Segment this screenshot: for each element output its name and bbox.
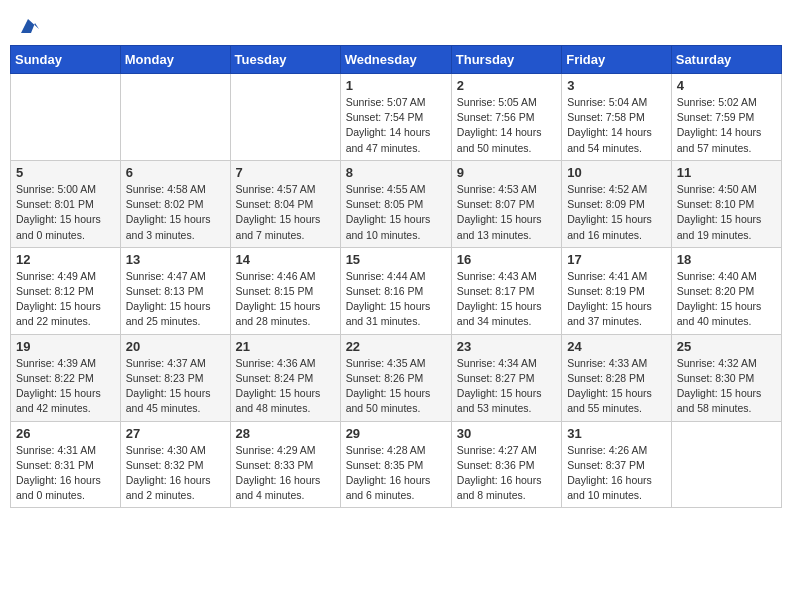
day-number: 24 (567, 339, 666, 354)
day-info: Sunrise: 4:47 AMSunset: 8:13 PMDaylight:… (126, 269, 225, 330)
header-tuesday: Tuesday (230, 46, 340, 74)
day-cell: 13Sunrise: 4:47 AMSunset: 8:13 PMDayligh… (120, 247, 230, 334)
day-cell: 1Sunrise: 5:07 AMSunset: 7:54 PMDaylight… (340, 74, 451, 161)
svg-marker-0 (21, 19, 39, 33)
day-info: Sunrise: 4:57 AMSunset: 8:04 PMDaylight:… (236, 182, 335, 243)
day-number: 27 (126, 426, 225, 441)
day-cell: 3Sunrise: 5:04 AMSunset: 7:58 PMDaylight… (562, 74, 672, 161)
day-info: Sunrise: 5:07 AMSunset: 7:54 PMDaylight:… (346, 95, 446, 156)
day-cell: 30Sunrise: 4:27 AMSunset: 8:36 PMDayligh… (451, 421, 561, 508)
day-number: 9 (457, 165, 556, 180)
day-number: 6 (126, 165, 225, 180)
week-row-2: 12Sunrise: 4:49 AMSunset: 8:12 PMDayligh… (11, 247, 782, 334)
day-info: Sunrise: 4:53 AMSunset: 8:07 PMDaylight:… (457, 182, 556, 243)
day-info: Sunrise: 4:39 AMSunset: 8:22 PMDaylight:… (16, 356, 115, 417)
calendar-table: SundayMondayTuesdayWednesdayThursdayFrid… (10, 45, 782, 508)
day-number: 22 (346, 339, 446, 354)
day-number: 16 (457, 252, 556, 267)
day-cell: 22Sunrise: 4:35 AMSunset: 8:26 PMDayligh… (340, 334, 451, 421)
day-cell: 8Sunrise: 4:55 AMSunset: 8:05 PMDaylight… (340, 160, 451, 247)
day-cell: 29Sunrise: 4:28 AMSunset: 8:35 PMDayligh… (340, 421, 451, 508)
day-number: 3 (567, 78, 666, 93)
day-number: 12 (16, 252, 115, 267)
day-info: Sunrise: 5:05 AMSunset: 7:56 PMDaylight:… (457, 95, 556, 156)
day-info: Sunrise: 4:44 AMSunset: 8:16 PMDaylight:… (346, 269, 446, 330)
header-row: SundayMondayTuesdayWednesdayThursdayFrid… (11, 46, 782, 74)
logo (15, 15, 39, 37)
day-info: Sunrise: 4:32 AMSunset: 8:30 PMDaylight:… (677, 356, 776, 417)
day-info: Sunrise: 4:26 AMSunset: 8:37 PMDaylight:… (567, 443, 666, 504)
day-cell: 7Sunrise: 4:57 AMSunset: 8:04 PMDaylight… (230, 160, 340, 247)
day-number: 17 (567, 252, 666, 267)
day-cell: 11Sunrise: 4:50 AMSunset: 8:10 PMDayligh… (671, 160, 781, 247)
day-cell: 14Sunrise: 4:46 AMSunset: 8:15 PMDayligh… (230, 247, 340, 334)
header-wednesday: Wednesday (340, 46, 451, 74)
day-info: Sunrise: 4:55 AMSunset: 8:05 PMDaylight:… (346, 182, 446, 243)
day-number: 18 (677, 252, 776, 267)
day-number: 19 (16, 339, 115, 354)
page-header (10, 10, 782, 37)
day-cell: 26Sunrise: 4:31 AMSunset: 8:31 PMDayligh… (11, 421, 121, 508)
header-thursday: Thursday (451, 46, 561, 74)
day-cell: 2Sunrise: 5:05 AMSunset: 7:56 PMDaylight… (451, 74, 561, 161)
day-number: 20 (126, 339, 225, 354)
day-info: Sunrise: 5:04 AMSunset: 7:58 PMDaylight:… (567, 95, 666, 156)
day-cell: 24Sunrise: 4:33 AMSunset: 8:28 PMDayligh… (562, 334, 672, 421)
day-info: Sunrise: 4:40 AMSunset: 8:20 PMDaylight:… (677, 269, 776, 330)
day-cell: 6Sunrise: 4:58 AMSunset: 8:02 PMDaylight… (120, 160, 230, 247)
day-cell: 31Sunrise: 4:26 AMSunset: 8:37 PMDayligh… (562, 421, 672, 508)
day-cell: 20Sunrise: 4:37 AMSunset: 8:23 PMDayligh… (120, 334, 230, 421)
day-number: 29 (346, 426, 446, 441)
day-number: 7 (236, 165, 335, 180)
header-saturday: Saturday (671, 46, 781, 74)
day-cell (11, 74, 121, 161)
day-info: Sunrise: 4:36 AMSunset: 8:24 PMDaylight:… (236, 356, 335, 417)
day-cell: 17Sunrise: 4:41 AMSunset: 8:19 PMDayligh… (562, 247, 672, 334)
day-number: 8 (346, 165, 446, 180)
day-number: 31 (567, 426, 666, 441)
day-info: Sunrise: 4:34 AMSunset: 8:27 PMDaylight:… (457, 356, 556, 417)
day-number: 13 (126, 252, 225, 267)
day-cell: 23Sunrise: 4:34 AMSunset: 8:27 PMDayligh… (451, 334, 561, 421)
day-number: 2 (457, 78, 556, 93)
day-info: Sunrise: 4:35 AMSunset: 8:26 PMDaylight:… (346, 356, 446, 417)
day-number: 23 (457, 339, 556, 354)
day-info: Sunrise: 4:41 AMSunset: 8:19 PMDaylight:… (567, 269, 666, 330)
day-cell: 25Sunrise: 4:32 AMSunset: 8:30 PMDayligh… (671, 334, 781, 421)
day-number: 14 (236, 252, 335, 267)
calendar-body: 1Sunrise: 5:07 AMSunset: 7:54 PMDaylight… (11, 74, 782, 508)
header-friday: Friday (562, 46, 672, 74)
day-cell: 18Sunrise: 4:40 AMSunset: 8:20 PMDayligh… (671, 247, 781, 334)
header-monday: Monday (120, 46, 230, 74)
day-cell (671, 421, 781, 508)
calendar-header: SundayMondayTuesdayWednesdayThursdayFrid… (11, 46, 782, 74)
day-info: Sunrise: 5:00 AMSunset: 8:01 PMDaylight:… (16, 182, 115, 243)
day-info: Sunrise: 4:27 AMSunset: 8:36 PMDaylight:… (457, 443, 556, 504)
day-info: Sunrise: 4:46 AMSunset: 8:15 PMDaylight:… (236, 269, 335, 330)
day-number: 26 (16, 426, 115, 441)
week-row-4: 26Sunrise: 4:31 AMSunset: 8:31 PMDayligh… (11, 421, 782, 508)
day-info: Sunrise: 4:43 AMSunset: 8:17 PMDaylight:… (457, 269, 556, 330)
week-row-0: 1Sunrise: 5:07 AMSunset: 7:54 PMDaylight… (11, 74, 782, 161)
day-cell: 16Sunrise: 4:43 AMSunset: 8:17 PMDayligh… (451, 247, 561, 334)
day-info: Sunrise: 4:33 AMSunset: 8:28 PMDaylight:… (567, 356, 666, 417)
day-info: Sunrise: 4:49 AMSunset: 8:12 PMDaylight:… (16, 269, 115, 330)
header-sunday: Sunday (11, 46, 121, 74)
day-cell: 27Sunrise: 4:30 AMSunset: 8:32 PMDayligh… (120, 421, 230, 508)
day-info: Sunrise: 4:58 AMSunset: 8:02 PMDaylight:… (126, 182, 225, 243)
day-number: 21 (236, 339, 335, 354)
day-cell: 4Sunrise: 5:02 AMSunset: 7:59 PMDaylight… (671, 74, 781, 161)
day-cell (120, 74, 230, 161)
day-cell: 12Sunrise: 4:49 AMSunset: 8:12 PMDayligh… (11, 247, 121, 334)
day-cell: 9Sunrise: 4:53 AMSunset: 8:07 PMDaylight… (451, 160, 561, 247)
day-info: Sunrise: 4:29 AMSunset: 8:33 PMDaylight:… (236, 443, 335, 504)
day-cell: 21Sunrise: 4:36 AMSunset: 8:24 PMDayligh… (230, 334, 340, 421)
day-info: Sunrise: 4:37 AMSunset: 8:23 PMDaylight:… (126, 356, 225, 417)
day-number: 11 (677, 165, 776, 180)
day-info: Sunrise: 4:52 AMSunset: 8:09 PMDaylight:… (567, 182, 666, 243)
day-cell: 19Sunrise: 4:39 AMSunset: 8:22 PMDayligh… (11, 334, 121, 421)
day-cell: 15Sunrise: 4:44 AMSunset: 8:16 PMDayligh… (340, 247, 451, 334)
week-row-3: 19Sunrise: 4:39 AMSunset: 8:22 PMDayligh… (11, 334, 782, 421)
logo-icon (17, 15, 39, 37)
day-number: 4 (677, 78, 776, 93)
